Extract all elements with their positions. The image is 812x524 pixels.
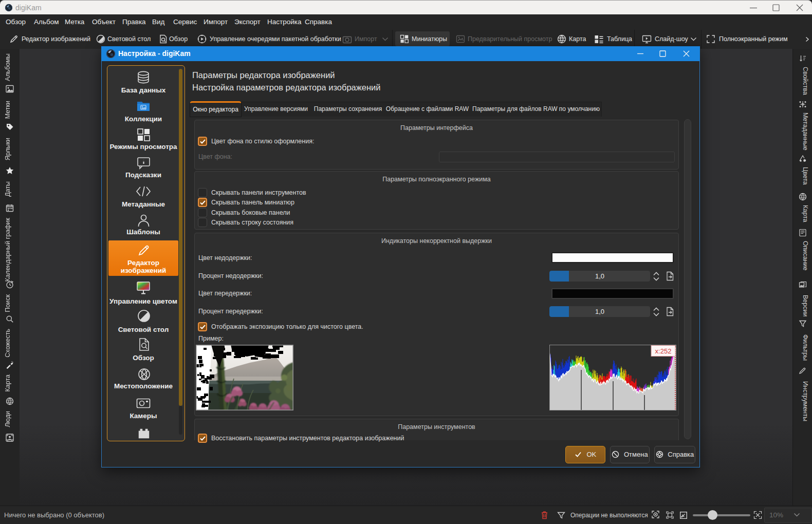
svg-text:x:252: x:252: [655, 347, 672, 355]
